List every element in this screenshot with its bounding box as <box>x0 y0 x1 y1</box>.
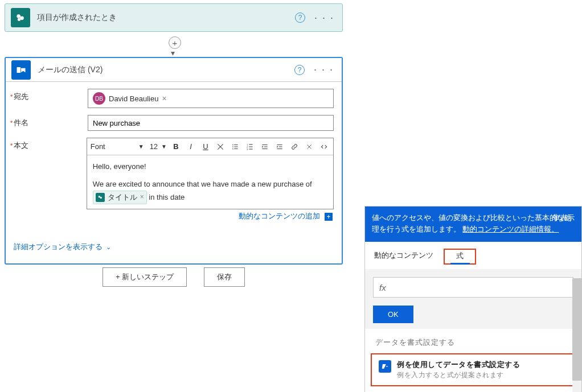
chevron-down-icon: ⌄ <box>106 244 111 251</box>
svg-rect-5 <box>234 144 237 145</box>
svg-rect-20 <box>279 146 282 147</box>
panel-scrollbar[interactable] <box>572 278 581 392</box>
action-header[interactable]: メールの送信 (V2) ? · · · <box>6 58 342 82</box>
help-icon[interactable]: ? <box>294 65 305 75</box>
avatar: DB <box>93 92 105 105</box>
to-input[interactable]: DB David Beaulieu × <box>88 89 334 108</box>
svg-rect-11 <box>249 144 252 145</box>
add-dynamic-content-plus-icon[interactable]: + <box>325 213 333 221</box>
font-select[interactable]: Font <box>91 142 135 151</box>
dynamic-content-panel: 値へのアクセスや、値の変換および比較といった基本的な処理を行う式を追加します。 … <box>364 206 582 392</box>
outlook-icon <box>11 60 31 80</box>
bullet-list-button[interactable] <box>229 141 241 152</box>
svg-point-23 <box>100 197 101 199</box>
number-list-button[interactable]: 123 <box>244 141 256 152</box>
dynamic-token-title[interactable]: タイトル × <box>93 191 147 205</box>
show-advanced-options-link[interactable]: 詳細オプションを表示する⌄ <box>6 232 342 263</box>
svg-point-8 <box>232 148 233 149</box>
recipient-name: David Beaulieu <box>109 94 158 103</box>
svg-point-4 <box>232 144 233 145</box>
active-tab-indicator <box>450 263 470 265</box>
rich-text-editor: Font▼ 12▼ B I U 123 <box>87 138 334 209</box>
sharepoint-icon <box>96 193 105 202</box>
svg-point-0 <box>17 14 21 18</box>
italic-button[interactable]: I <box>185 141 196 152</box>
expression-input[interactable]: fx <box>373 277 573 298</box>
help-icon[interactable]: ? <box>295 13 305 23</box>
dynamic-content-info-link[interactable]: 動的コンテンツの詳細情報。 <box>462 225 559 233</box>
svg-text:3: 3 <box>247 147 248 150</box>
indent-button[interactable] <box>274 141 285 152</box>
body-text: Hello, everyone! <box>93 161 327 173</box>
svg-rect-16 <box>262 144 267 145</box>
new-step-button[interactable]: + 新しいステップ <box>103 267 187 287</box>
ok-button[interactable]: OK <box>373 306 413 323</box>
action-title: メールの送信 (V2) <box>38 65 294 75</box>
bold-button[interactable]: B <box>170 141 182 152</box>
more-icon[interactable]: · · · <box>312 64 336 76</box>
add-step-plus-button[interactable]: + <box>169 36 181 49</box>
svg-point-2 <box>18 18 21 21</box>
send-email-action-card: メールの送信 (V2) ? · · · *宛先 DB David Beaulie… <box>5 57 343 265</box>
add-dynamic-content-link[interactable]: 動的なコンテンツの追加 <box>239 212 320 220</box>
svg-point-1 <box>20 16 24 20</box>
tab-expression[interactable]: 式 <box>444 249 476 265</box>
tab-dynamic-content[interactable]: 動的なコンテンツ <box>374 250 433 263</box>
format-icon <box>379 360 391 373</box>
svg-point-6 <box>232 146 233 147</box>
scrollbar-thumb[interactable] <box>572 278 581 381</box>
svg-rect-3 <box>17 67 21 73</box>
hide-panel-link[interactable]: 非表示 <box>552 212 575 224</box>
subject-label: *件名 <box>14 115 88 131</box>
svg-rect-15 <box>249 148 252 149</box>
svg-rect-21 <box>277 148 282 148</box>
more-icon[interactable]: · · · <box>312 12 337 24</box>
to-label: *宛先 <box>14 89 88 108</box>
chevron-down-icon[interactable]: ▼ <box>161 143 167 150</box>
clear-format-button[interactable] <box>304 141 315 152</box>
rich-text-body[interactable]: Hello, everyone! We are excited to annou… <box>87 155 333 209</box>
svg-rect-7 <box>234 146 237 147</box>
svg-point-22 <box>98 196 100 197</box>
code-view-button[interactable] <box>318 141 330 152</box>
color-button[interactable] <box>215 141 226 152</box>
body-label: *本文 <box>14 138 87 221</box>
outdent-button[interactable] <box>259 141 270 152</box>
subject-input[interactable] <box>88 115 334 131</box>
font-size-select[interactable]: 12 <box>150 142 158 151</box>
save-button[interactable]: 保存 <box>204 267 245 287</box>
trigger-card[interactable]: 項目が作成されたとき ? · · · <box>5 3 343 32</box>
link-button[interactable] <box>289 141 300 152</box>
remove-recipient-icon[interactable]: × <box>162 94 166 103</box>
panel-header: 値へのアクセスや、値の変換および比較といった基本的な処理を行う式を追加します。 … <box>365 207 581 242</box>
svg-rect-9 <box>234 148 237 148</box>
suggest-title: 例を使用してデータを書式設定する <box>397 360 520 370</box>
svg-rect-13 <box>249 146 252 147</box>
svg-rect-17 <box>264 146 268 147</box>
sharepoint-icon <box>11 8 30 27</box>
svg-rect-19 <box>277 144 282 145</box>
body-text: We are excited to announce that we have … <box>93 179 327 191</box>
fx-icon: fx <box>379 283 386 292</box>
suggest-subtitle: 例を入力すると式が提案されます <box>397 371 520 379</box>
svg-rect-18 <box>262 148 267 148</box>
recipient-pill[interactable]: DB David Beaulieu × <box>92 91 170 106</box>
section-format-data: データを書式設定する <box>365 329 581 353</box>
rich-text-toolbar: Font▼ 12▼ B I U 123 <box>87 138 333 155</box>
flow-arrow-icon: ▾ <box>171 48 175 57</box>
trigger-title: 項目が作成されたとき <box>37 13 295 23</box>
remove-token-icon[interactable]: × <box>140 192 144 203</box>
chevron-down-icon[interactable]: ▼ <box>138 143 144 150</box>
format-data-by-example-card[interactable]: 例を使用してデータを書式設定する 例を入力すると式が提案されます <box>371 353 576 386</box>
underline-button[interactable]: U <box>200 141 211 152</box>
